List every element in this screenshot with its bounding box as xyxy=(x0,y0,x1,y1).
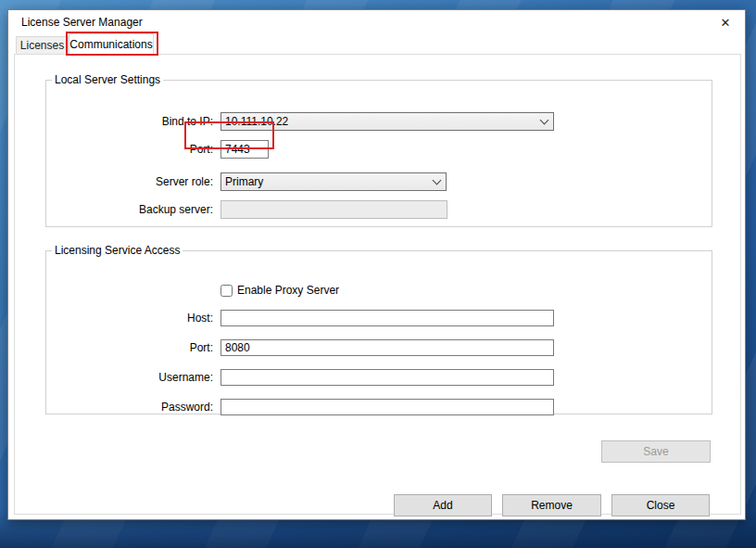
port-row: Port: xyxy=(46,140,712,159)
tab-communications[interactable]: Communications xyxy=(69,33,154,55)
close-icon[interactable]: ✕ xyxy=(715,13,736,32)
proxy-password-input[interactable] xyxy=(220,399,554,415)
chevron-down-icon xyxy=(540,115,549,124)
server-role-select[interactable]: Primary xyxy=(220,172,447,191)
server-role-row: Server role: Primary xyxy=(46,172,712,191)
chevron-down-icon xyxy=(433,175,442,185)
proxy-port-row: Port: xyxy=(46,338,712,357)
save-button[interactable]: Save xyxy=(601,440,711,463)
proxy-username-label: Username: xyxy=(46,371,213,384)
backup-server-input xyxy=(220,200,447,219)
proxy-username-input[interactable] xyxy=(220,369,554,386)
enable-proxy-label: Enable Proxy Server xyxy=(237,284,339,297)
proxy-password-label: Password: xyxy=(46,401,213,414)
enable-proxy-row: Enable Proxy Server xyxy=(46,281,712,299)
window-title: License Server Manager xyxy=(21,16,715,29)
tab-licenses-label: Licenses xyxy=(20,39,64,52)
bind-to-ip-row: Bind to IP: 10.111.10.22 xyxy=(46,112,712,131)
port-input[interactable] xyxy=(220,140,269,159)
bind-to-ip-label: Bind to IP: xyxy=(46,115,213,128)
enable-proxy-checkbox[interactable] xyxy=(220,285,233,297)
close-button[interactable]: Close xyxy=(611,494,710,516)
proxy-host-label: Host: xyxy=(46,312,213,325)
desktop-background: { "window": { "title": "License Server M… xyxy=(0,0,756,548)
proxy-port-input[interactable] xyxy=(220,339,554,356)
proxy-username-row: Username: xyxy=(46,368,712,387)
server-role-value: Primary xyxy=(225,175,428,188)
proxy-password-row: Password: xyxy=(46,398,712,416)
license-server-manager-window: License Server Manager ✕ Licenses Commun… xyxy=(7,9,746,520)
tab-communications-label: Communications xyxy=(69,38,152,51)
licensing-service-access-group: Licensing Service Access Enable Proxy Se… xyxy=(45,244,712,414)
proxy-host-row: Host: xyxy=(46,309,712,327)
remove-button[interactable]: Remove xyxy=(502,494,601,516)
bind-to-ip-select[interactable]: 10.111.10.22 xyxy=(220,112,554,131)
server-role-label: Server role: xyxy=(46,175,213,188)
title-bar[interactable]: License Server Manager ✕ xyxy=(8,10,745,34)
backup-server-label: Backup server: xyxy=(46,203,213,216)
licensing-service-access-legend: Licensing Service Access xyxy=(52,244,183,257)
proxy-host-input[interactable] xyxy=(220,310,554,326)
tab-licenses[interactable]: Licenses xyxy=(16,36,69,54)
proxy-port-label: Port: xyxy=(46,341,213,354)
local-server-settings-group: Local Server Settings Bind to IP: 10.111… xyxy=(45,73,712,227)
bind-to-ip-value: 10.111.10.22 xyxy=(225,115,536,128)
local-server-settings-legend: Local Server Settings xyxy=(52,73,163,86)
add-button[interactable]: Add xyxy=(394,494,492,516)
backup-server-row: Backup server: xyxy=(46,200,712,219)
port-label: Port: xyxy=(46,143,213,156)
